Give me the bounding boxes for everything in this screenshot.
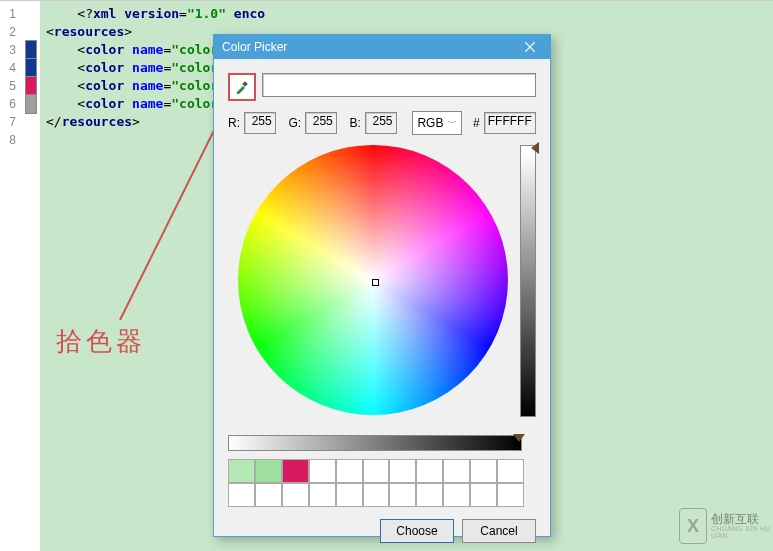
line-number-gutter: 12345678	[0, 1, 22, 551]
line-number: 7	[0, 113, 22, 131]
r-input[interactable]: 255	[244, 112, 276, 134]
b-input[interactable]: 255	[365, 112, 397, 134]
cancel-button[interactable]: Cancel	[462, 519, 536, 543]
line-number: 8	[0, 131, 22, 149]
color-swatch[interactable]	[443, 483, 470, 507]
swatch-palette	[228, 459, 524, 507]
color-swatch[interactable]	[255, 459, 282, 483]
b-label: B:	[350, 116, 361, 130]
color-marker	[22, 113, 40, 131]
g-input[interactable]: 255	[305, 112, 337, 134]
watermark-logo-icon: X	[679, 508, 707, 544]
color-swatch[interactable]	[282, 459, 309, 483]
color-mode-select[interactable]: RGB ﹀	[412, 111, 461, 135]
line-number: 4	[0, 59, 22, 77]
color-swatch[interactable]	[282, 483, 309, 507]
color-swatch[interactable]	[255, 483, 282, 507]
close-icon	[525, 42, 535, 52]
line-number: 2	[0, 23, 22, 41]
mode-value: RGB	[417, 116, 443, 130]
saturation-handle[interactable]	[513, 434, 525, 442]
color-swatch[interactable]	[309, 459, 336, 483]
annotation-label: 拾色器	[56, 324, 146, 359]
color-marker	[22, 23, 40, 41]
close-button[interactable]	[510, 35, 550, 59]
dialog-titlebar[interactable]: Color Picker	[214, 35, 550, 59]
color-swatch[interactable]	[228, 459, 255, 483]
line-number: 3	[0, 41, 22, 59]
chevron-down-icon: ﹀	[448, 117, 457, 130]
color-marker[interactable]	[22, 95, 40, 113]
color-swatch[interactable]	[443, 459, 470, 483]
color-swatch[interactable]	[470, 483, 497, 507]
color-marker[interactable]	[22, 77, 40, 95]
color-swatch[interactable]	[336, 459, 363, 483]
eyedropper-button[interactable]	[228, 73, 256, 101]
color-marker[interactable]	[22, 59, 40, 77]
watermark: X 创新互联 CHUANG XIN HU LIAN	[679, 507, 771, 545]
wheel-cursor[interactable]	[372, 279, 379, 286]
svg-rect-4	[242, 81, 248, 87]
color-swatch[interactable]	[416, 483, 443, 507]
color-marker	[22, 131, 40, 149]
saturation-bar[interactable]	[228, 435, 522, 451]
hex-prefix: #	[473, 116, 480, 130]
watermark-subtext: CHUANG XIN HU LIAN	[711, 525, 771, 539]
color-swatch[interactable]	[389, 459, 416, 483]
line-number: 5	[0, 77, 22, 95]
eyedropper-icon	[234, 79, 250, 95]
color-swatch[interactable]	[470, 459, 497, 483]
dialog-title: Color Picker	[222, 40, 287, 54]
r-label: R:	[228, 116, 240, 130]
watermark-text: 创新互联	[711, 513, 771, 525]
brightness-handle[interactable]	[531, 142, 539, 154]
color-swatch[interactable]	[497, 483, 524, 507]
line-number: 1	[0, 5, 22, 23]
brightness-slider[interactable]	[520, 145, 536, 417]
line-number: 6	[0, 95, 22, 113]
color-marker[interactable]	[22, 41, 40, 59]
color-marker	[22, 5, 40, 23]
g-label: G:	[288, 116, 301, 130]
color-preview-input[interactable]	[262, 73, 536, 97]
color-swatch[interactable]	[363, 483, 390, 507]
color-swatch[interactable]	[363, 459, 390, 483]
code-line[interactable]: <?xml version="1.0" enco	[46, 5, 773, 23]
choose-button[interactable]: Choose	[380, 519, 454, 543]
color-swatch[interactable]	[416, 459, 443, 483]
hex-input[interactable]: FFFFFF	[484, 112, 536, 134]
color-swatch[interactable]	[497, 459, 524, 483]
marker-gutter	[22, 1, 40, 551]
color-swatch[interactable]	[309, 483, 336, 507]
color-swatch[interactable]	[228, 483, 255, 507]
color-swatch[interactable]	[389, 483, 416, 507]
color-picker-dialog: Color Picker R: 255 G: 255 B: 255	[213, 34, 551, 537]
color-swatch[interactable]	[336, 483, 363, 507]
